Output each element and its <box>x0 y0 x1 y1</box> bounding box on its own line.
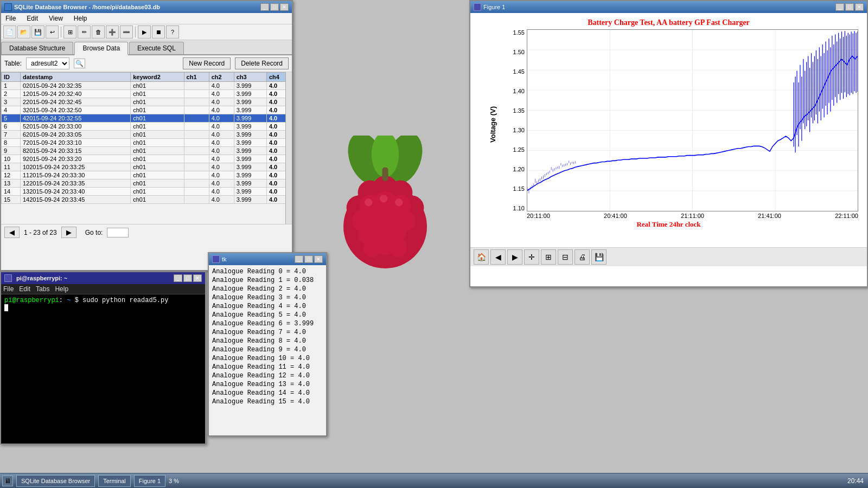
prev-page-button[interactable]: ◀ <box>4 227 20 238</box>
tab-database-structure[interactable]: Database Structure <box>1 42 73 54</box>
table-row[interactable]: 322015-09-24 20:32:45ch014.03.9994.0 <box>2 98 292 106</box>
sqlite-window-controls: _ □ ✕ <box>260 3 289 11</box>
taskbar: 🖥 SQLite Database Browser Terminal Figur… <box>0 473 868 488</box>
tk-reading-row: Analogue Reading 5 = 4.0 <box>211 311 324 319</box>
menu-file[interactable]: File <box>3 14 18 23</box>
table-row[interactable]: 102015-09-24 20:32:35ch014.03.9994.0 <box>2 82 292 90</box>
tk-icon <box>212 255 220 263</box>
stop-button[interactable]: ⏹ <box>152 25 165 38</box>
del-field-button[interactable]: ➖ <box>120 25 133 38</box>
dollar-sign: $ <box>71 297 82 304</box>
chart-title: Battery Charge Test, AA battery GP Fast … <box>475 16 863 29</box>
tk-reading-row: Analogue Reading 15 = 4.0 <box>211 397 324 406</box>
table-row[interactable]: 15142015-09-24 20:33:45ch014.03.9994.0 <box>2 196 292 204</box>
new-record-button[interactable]: New Record <box>183 57 231 69</box>
taskbar-figure-item[interactable]: Figure 1 <box>134 475 165 487</box>
edit-table-button[interactable]: ✏ <box>78 25 91 38</box>
term-menu-tabs[interactable]: Tabs <box>36 285 49 293</box>
menu-edit[interactable]: Edit <box>24 14 40 23</box>
pagination-bar: ◀ 1 - 23 of 23 ▶ Go to: <box>1 224 292 240</box>
term-menu-edit[interactable]: Edit <box>19 285 30 293</box>
fig-save-button[interactable]: 💾 <box>591 249 607 265</box>
col-header-keyword2: keyword2 <box>131 73 184 82</box>
table-row[interactable]: 652015-09-24 20:33:00ch014.03.9994.0 <box>2 123 292 131</box>
y-axis-label: Voltage (V) <box>489 106 497 143</box>
tk-title: tk <box>212 255 227 263</box>
new-table-button[interactable]: ⊞ <box>63 25 76 38</box>
terminal-maximize[interactable]: □ <box>183 274 192 282</box>
tk-reading-row: Analogue Reading 14 = 4.0 <box>211 389 324 397</box>
tk-reading-row: Analogue Reading 7 = 4.0 <box>211 328 324 337</box>
delete-record-button[interactable]: Delete Record <box>235 57 289 69</box>
maximize-button[interactable]: □ <box>270 3 279 11</box>
tab-execute-sql[interactable]: Execute SQL <box>129 42 184 54</box>
col-header-id: ID <box>2 73 21 82</box>
terminal-cursor <box>4 304 8 311</box>
taskbar-terminal-item[interactable]: Terminal <box>98 475 131 487</box>
fig-back-button[interactable]: ◀ <box>490 249 506 265</box>
fig-print-button[interactable]: 🖨 <box>575 249 590 265</box>
fig-pan-button[interactable]: ✛ <box>524 249 539 265</box>
table-row[interactable]: 1092015-09-24 20:33:20ch014.03.9994.0 <box>2 155 292 163</box>
table-row[interactable]: 13122015-09-24 20:33:35ch014.03.9994.0 <box>2 179 292 188</box>
fig-forward-button[interactable]: ▶ <box>507 249 522 265</box>
table-row[interactable]: 542015-09-24 20:32:55ch014.03.9994.0 <box>2 114 292 123</box>
table-header-row: ID datestamp keyword2 ch1 ch2 ch3 ch4 <box>2 73 292 82</box>
toolbar-separator-1 <box>61 27 61 37</box>
figure-minimize[interactable]: _ <box>835 3 844 11</box>
table-row[interactable]: 872015-09-24 20:33:10ch014.03.9994.0 <box>2 139 292 147</box>
tab-browse-data[interactable]: Browse Data <box>74 42 128 55</box>
x-axis-label: Real Time 24hr clock <box>475 220 863 229</box>
table-row[interactable]: 212015-09-24 20:32:40ch014.03.9994.0 <box>2 90 292 98</box>
y-tick-labels: 1.55 1.50 1.45 1.40 1.35 1.30 1.25 1.20 … <box>506 29 527 211</box>
taskbar-sqlite-item[interactable]: SQLite Database Browser <box>16 475 95 487</box>
chart-svg <box>527 30 858 211</box>
close-button[interactable]: ✕ <box>280 3 289 11</box>
open-db-button[interactable]: 📂 <box>17 25 30 38</box>
terminal-minimize[interactable]: _ <box>174 274 182 282</box>
chart-body: Voltage (V) 1.55 1.50 1.45 1.40 1.35 1.3… <box>479 29 858 219</box>
fig-configure-button[interactable]: ⊟ <box>558 249 573 265</box>
execute-button[interactable]: ▶ <box>138 25 151 38</box>
menu-view[interactable]: View <box>47 14 65 23</box>
new-db-button[interactable]: 📄 <box>3 25 16 38</box>
goto-input[interactable] <box>107 228 129 237</box>
taskbar-start-icon[interactable]: 🖥 <box>2 476 13 486</box>
table-toolbar: Table: adresult2 🔍 New Record Delete Rec… <box>1 55 292 72</box>
undo-button[interactable]: ↩ <box>46 25 59 38</box>
sqlite-menu-bar: File Edit View Help <box>1 13 292 24</box>
tk-minimize[interactable]: _ <box>295 255 303 263</box>
svg-point-21 <box>389 239 407 257</box>
terminal-content[interactable]: pi@raspberrypi: ~ $ sudo python readad5.… <box>1 294 205 314</box>
save-db-button[interactable]: 💾 <box>31 25 44 38</box>
term-menu-file[interactable]: File <box>3 285 14 293</box>
table-row[interactable]: 11102015-09-24 20:33:25ch014.03.9994.0 <box>2 163 292 171</box>
figure-title: Figure 1 <box>474 3 505 11</box>
table-row[interactable]: 762015-09-24 20:33:05ch014.03.9994.0 <box>2 131 292 139</box>
table-row[interactable]: 14132015-09-24 20:33:40ch014.03.9994.0 <box>2 188 292 196</box>
scroll-track[interactable] <box>285 72 292 224</box>
help-button[interactable]: ? <box>166 25 179 38</box>
table-row[interactable]: 982015-09-24 20:33:15ch014.03.9994.0 <box>2 147 292 155</box>
figure-maximize[interactable]: □ <box>845 3 854 11</box>
table-select[interactable]: adresult2 <box>26 57 69 69</box>
figure-close[interactable]: ✕ <box>855 3 864 11</box>
menu-help[interactable]: Help <box>72 14 90 23</box>
toolbar-separator-2 <box>135 27 136 37</box>
fig-zoom-button[interactable]: ⊞ <box>541 249 556 265</box>
minimize-button[interactable]: _ <box>260 3 269 11</box>
term-menu-help[interactable]: Help <box>55 285 68 293</box>
tk-reading-row: Analogue Reading 9 = 4.0 <box>211 345 324 354</box>
table-row[interactable]: 432015-09-24 20:32:50ch014.03.9994.0 <box>2 106 292 114</box>
add-field-button[interactable]: ➕ <box>106 25 119 38</box>
delete-table-button[interactable]: 🗑 <box>92 25 105 38</box>
col-header-ch2: ch2 <box>209 73 234 82</box>
search-icon-btn[interactable]: 🔍 <box>74 59 85 68</box>
terminal-close[interactable]: ✕ <box>193 274 202 282</box>
fig-home-button[interactable]: 🏠 <box>474 249 489 265</box>
next-page-button[interactable]: ▶ <box>61 227 76 238</box>
plot-inner: 1.55 1.50 1.45 1.40 1.35 1.30 1.25 1.20 … <box>506 29 858 211</box>
table-row[interactable]: 12112015-09-24 20:33:30ch014.03.9994.0 <box>2 171 292 179</box>
svg-point-23 <box>380 195 387 202</box>
table-label: Table: <box>4 60 22 67</box>
